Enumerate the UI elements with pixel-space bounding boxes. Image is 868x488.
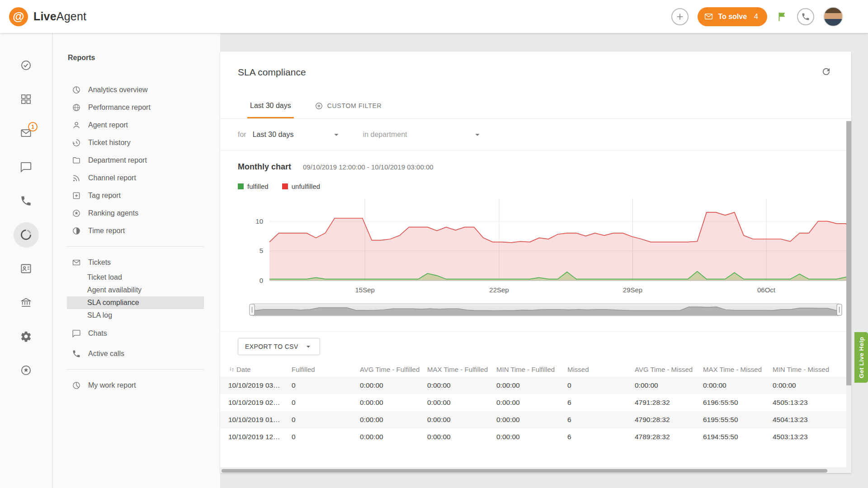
table-body: 10/10/2019 03…00:00:000:00:000:00:0000:0… (220, 377, 851, 446)
column-header-max-time-fulfilled[interactable]: MAX Time - Fulfilled (427, 366, 496, 373)
sidebar-group-tickets[interactable]: Tickets (67, 253, 204, 271)
chevron-down-icon (331, 130, 341, 140)
export-csv-label: EXPORT TO CSV (245, 343, 298, 350)
rail-item-reports[interactable] (0, 218, 52, 252)
to-solve-button[interactable]: To solve 4 (698, 7, 767, 26)
for-label: for (238, 131, 246, 139)
vertical-scrollbar[interactable] (846, 121, 851, 473)
column-header-max-time-missed[interactable]: MAX Time - Missed (703, 366, 773, 373)
table-cell: 4789:28:32 (635, 433, 703, 441)
table-cell: 0:00:00 (427, 416, 496, 424)
chat-icon (72, 329, 81, 338)
sidebar-item-label: Channel report (88, 174, 136, 182)
sidebar-item-time-report[interactable]: Time report (67, 222, 204, 239)
column-header-date[interactable]: Date (228, 366, 292, 373)
rail-item-dashboard[interactable] (0, 82, 52, 116)
rail-item-solve[interactable] (0, 48, 52, 82)
sidebar-item-analytics-overview[interactable]: Analytics overview (67, 81, 204, 99)
gear-icon (20, 330, 32, 343)
sidebar-item-label: Ranking agents (88, 209, 138, 217)
column-header-avg-time-missed[interactable]: AVG Time - Missed (635, 366, 703, 373)
avatar[interactable] (823, 7, 843, 27)
sidebar-subitem-sla-compliance[interactable]: SLA compliance (67, 296, 204, 309)
export-row: EXPORT TO CSV (220, 332, 851, 355)
filter-row: for Last 30 days in department (220, 119, 851, 150)
legend-label: unfulfilled (292, 183, 320, 190)
column-header-avg-time-fulfilled[interactable]: AVG Time - Fulfilled (360, 366, 427, 373)
table-row[interactable]: 10/10/2019 01…00:00:000:00:000:00:006479… (220, 411, 851, 428)
chevron-down-icon (304, 342, 313, 351)
call-button[interactable] (797, 8, 814, 25)
table-row[interactable]: 10/10/2019 12…00:00:000:00:000:00:006478… (220, 428, 851, 446)
sidebar-item-channel-report[interactable]: Channel report (67, 169, 204, 187)
sidebar-group-active-calls[interactable]: Active calls (67, 345, 204, 362)
vertical-scrollbar-thumb[interactable] (846, 121, 851, 385)
chart-date-range: 09/10/2019 12:00:00 - 10/10/2019 03:00:0… (303, 163, 434, 171)
tab-custom-filter[interactable]: CUSTOM FILTER (312, 93, 385, 118)
sidebar-subitem-sla-log[interactable]: SLA log (67, 309, 204, 322)
department-select[interactable]: in department (363, 130, 482, 140)
sidebar-item-ticket-history[interactable]: Ticket history (67, 134, 204, 151)
history-icon (72, 138, 81, 147)
range-select-value: Last 30 days (253, 131, 294, 139)
horizontal-scrollbar[interactable] (220, 468, 851, 473)
sidebar-item-department-report[interactable]: Department report (67, 151, 204, 169)
table-cell: 6194:55:50 (703, 433, 773, 441)
sidebar-item-tag-report[interactable]: Tag report (67, 187, 204, 204)
rail-item-contacts[interactable] (0, 252, 52, 286)
sidebar-item-agent-report[interactable]: Agent report (67, 116, 204, 134)
sidebar-item-my-work-report[interactable]: My work report (67, 376, 204, 394)
rail-item-settings[interactable] (0, 319, 52, 353)
dashboard-icon (20, 93, 32, 105)
table-cell: 4790:28:32 (635, 416, 703, 424)
rail-item-tickets[interactable]: 1 (0, 116, 52, 150)
tab-last-30-days[interactable]: Last 30 days (247, 93, 294, 118)
bank-icon (20, 296, 32, 309)
tab-label: CUSTOM FILTER (327, 102, 382, 109)
sidebar-item-label: Chats (88, 329, 107, 338)
column-header-missed[interactable]: Missed (567, 366, 635, 373)
sidebar-subitem-ticket-load[interactable]: Ticket load (67, 271, 204, 284)
sidebar-group-chats[interactable]: Chats (67, 324, 204, 342)
get-live-help-tab[interactable]: Get Live Help (854, 332, 868, 383)
main-area: SLA compliance Last 30 days CUSTOM FILTE… (220, 33, 868, 488)
sidebar-divider (67, 246, 204, 247)
column-header-min-time-fulfilled[interactable]: MIN Time - Fulfilled (496, 366, 567, 373)
rail-item-calls[interactable] (0, 184, 52, 218)
rail-item-starred[interactable] (0, 353, 52, 387)
table-cell: 4505:13:23 (773, 399, 851, 407)
brand[interactable]: @ LiveAgent (9, 7, 86, 26)
column-header-fulfilled[interactable]: Fulfilled (292, 366, 360, 373)
fulfilled-swatch (238, 183, 244, 189)
table-cell: 4791:28:32 (635, 399, 703, 407)
brand-bold: Live (33, 10, 57, 23)
rail-item-departments[interactable] (0, 286, 52, 319)
horizontal-scrollbar-thumb[interactable] (222, 469, 827, 473)
topbar: @ LiveAgent To solve 4 (0, 0, 868, 33)
brand-rest: Agent (57, 10, 86, 23)
sidebar-item-performance-report[interactable]: Performance report (67, 99, 204, 116)
range-slider-handle[interactable] (837, 304, 842, 315)
table-cell: 6196:55:50 (703, 399, 773, 407)
add-button[interactable] (671, 8, 689, 25)
table-cell: 0:00:00 (496, 416, 567, 424)
chart-range-slider[interactable] (249, 302, 842, 318)
table-row[interactable]: 10/10/2019 03…00:00:000:00:000:00:0000:0… (220, 377, 851, 394)
refresh-button[interactable] (821, 66, 831, 78)
table-row[interactable]: 10/10/2019 02…00:00:000:00:000:00:006479… (220, 394, 851, 411)
rail-item-chats[interactable] (0, 150, 52, 184)
sidebar-item-ranking-agents[interactable]: Ranking agents (67, 204, 204, 222)
table-cell: 0:00:00 (496, 381, 567, 389)
refresh-icon (821, 66, 831, 77)
sidebar-subitem-agent-availability[interactable]: Agent availability (67, 284, 204, 296)
pie-icon (72, 381, 81, 390)
table-cell: 0:00:00 (703, 381, 773, 389)
chat-flag-button[interactable] (776, 11, 788, 23)
tab-bar: Last 30 days CUSTOM FILTER (220, 93, 851, 119)
legend-label: fulfilled (247, 183, 269, 190)
range-select[interactable]: Last 30 days (253, 130, 341, 140)
table-cell: 10/10/2019 02… (228, 399, 292, 407)
column-header-min-time-missed[interactable]: MIN Time - Missed (773, 366, 851, 373)
range-slider-handle[interactable] (250, 304, 255, 315)
export-csv-button[interactable]: EXPORT TO CSV (238, 338, 320, 355)
